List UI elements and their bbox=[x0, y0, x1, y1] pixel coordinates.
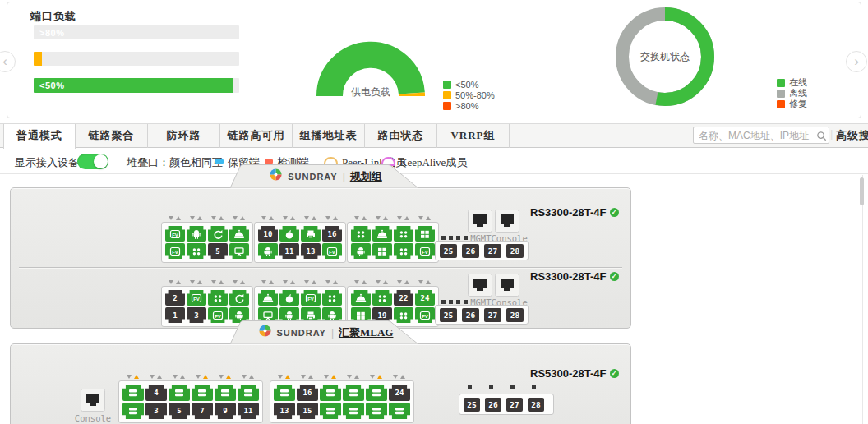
printer-device-port[interactable] bbox=[301, 226, 321, 242]
group-name-link[interactable]: 规划组 bbox=[350, 169, 382, 184]
monitor-device-port[interactable] bbox=[229, 243, 249, 259]
ap-device-port[interactable] bbox=[351, 290, 371, 306]
search-input[interactable] bbox=[693, 127, 829, 144]
rj45-jack-icon[interactable] bbox=[495, 274, 519, 297]
fv-device-port[interactable]: FV bbox=[415, 243, 435, 259]
tab-链路聚合[interactable]: 链路聚合 bbox=[76, 124, 148, 148]
tab-防环路[interactable]: 防环路 bbox=[148, 124, 220, 148]
advanced-search-link[interactable]: 高级搜索 bbox=[836, 128, 868, 143]
port[interactable]: 13 bbox=[301, 243, 321, 259]
tab-链路高可用[interactable]: 链路高可用 bbox=[220, 124, 293, 148]
tab-路由状态[interactable]: 路由状态 bbox=[365, 124, 437, 148]
scrollbar-track[interactable] bbox=[862, 175, 863, 424]
uplink-port[interactable]: 27 bbox=[484, 244, 501, 258]
port[interactable]: 1 bbox=[165, 307, 185, 323]
port[interactable]: 4 bbox=[145, 385, 167, 401]
fv-device-port[interactable]: FV bbox=[165, 243, 185, 259]
port[interactable]: 9 bbox=[215, 403, 236, 419]
port[interactable]: 11 bbox=[238, 403, 259, 419]
rj45-jack-icon[interactable] bbox=[468, 210, 492, 233]
uplink-port[interactable]: 25 bbox=[440, 244, 457, 258]
fv-device-port[interactable]: FV bbox=[187, 290, 206, 306]
rj45-jack-icon[interactable] bbox=[468, 274, 492, 297]
bars-device-port[interactable] bbox=[122, 385, 144, 401]
apple-device-port[interactable] bbox=[279, 290, 299, 306]
port[interactable]: 3 bbox=[187, 307, 206, 323]
dots-device-port[interactable] bbox=[394, 243, 413, 259]
port-indicators bbox=[122, 374, 143, 379]
tab-普通模式[interactable]: 普通模式 bbox=[3, 124, 76, 149]
windows-device-port[interactable] bbox=[415, 226, 435, 242]
dots-device-port[interactable] bbox=[187, 243, 206, 259]
uplink-port[interactable]: 25 bbox=[464, 398, 480, 412]
tab-组播地址表[interactable]: 组播地址表 bbox=[293, 124, 365, 148]
port[interactable]: 5 bbox=[208, 243, 228, 259]
uplink-port[interactable]: 25 bbox=[440, 308, 457, 322]
ap-device-port[interactable] bbox=[258, 290, 278, 306]
dots-device-port[interactable] bbox=[394, 226, 413, 242]
show-devices-toggle[interactable] bbox=[77, 154, 108, 169]
port[interactable]: 7 bbox=[192, 403, 213, 419]
dots-device-port[interactable] bbox=[372, 290, 392, 306]
bars-device-port[interactable] bbox=[238, 385, 259, 401]
uplink-port[interactable]: 27 bbox=[506, 398, 523, 412]
uplink-port[interactable]: 28 bbox=[506, 308, 524, 322]
bars-device-port[interactable] bbox=[343, 403, 364, 419]
bars-device-port[interactable] bbox=[366, 385, 387, 401]
rj45-jack-icon[interactable] bbox=[495, 210, 519, 233]
sync-device-port[interactable] bbox=[208, 226, 228, 242]
port[interactable]: 24 bbox=[415, 290, 435, 306]
android-icon bbox=[233, 310, 246, 321]
bars-device-port[interactable] bbox=[122, 403, 144, 419]
dots-device-port[interactable] bbox=[351, 226, 371, 242]
fv-device-port[interactable]: FV bbox=[322, 243, 342, 259]
port[interactable]: 13 bbox=[274, 403, 295, 419]
ap-device-port[interactable] bbox=[372, 226, 392, 242]
fv-device-port[interactable]: FV bbox=[301, 290, 321, 306]
fv-device-port[interactable]: FV bbox=[165, 226, 185, 242]
dots-device-port[interactable] bbox=[322, 290, 342, 306]
port[interactable]: 2 bbox=[165, 290, 185, 306]
uplink-port[interactable]: 28 bbox=[528, 398, 544, 412]
bars-device-port[interactable] bbox=[274, 385, 295, 401]
port[interactable]: 15 bbox=[297, 403, 318, 419]
uplink-port[interactable]: 27 bbox=[484, 308, 501, 322]
dots-device-port[interactable] bbox=[208, 290, 228, 306]
port[interactable]: 24 bbox=[389, 385, 410, 401]
bars-device-port[interactable] bbox=[366, 403, 387, 419]
android-device-port[interactable] bbox=[187, 226, 206, 242]
port[interactable]: 10 bbox=[258, 226, 278, 242]
rj45-jack-icon[interactable] bbox=[81, 389, 105, 412]
carousel-next-button[interactable]: › bbox=[846, 51, 867, 72]
android-device-port[interactable] bbox=[351, 243, 371, 259]
uplink-port[interactable]: 28 bbox=[506, 244, 524, 258]
scrollbar-thumb[interactable] bbox=[860, 177, 864, 205]
ap-device-port[interactable] bbox=[229, 226, 249, 242]
bars-device-port[interactable] bbox=[320, 385, 341, 401]
port[interactable]: 16 bbox=[322, 226, 342, 242]
port[interactable]: 11 bbox=[279, 243, 299, 259]
bars-device-port[interactable] bbox=[169, 385, 190, 401]
bars-device-port[interactable] bbox=[192, 385, 213, 401]
bars-device-port[interactable] bbox=[343, 385, 364, 401]
uplink-port[interactable]: 26 bbox=[462, 308, 479, 322]
windows-device-port[interactable] bbox=[372, 243, 392, 259]
bars-device-port[interactable] bbox=[320, 403, 341, 419]
sync-device-port[interactable] bbox=[229, 290, 249, 306]
down-triangle-icon bbox=[278, 375, 283, 379]
search-icon[interactable] bbox=[816, 130, 827, 141]
tab-VRRP组[interactable]: VRRP组 bbox=[437, 124, 510, 148]
group-name-link[interactable]: 汇聚MLAG bbox=[339, 325, 393, 340]
fv-device-port[interactable]: FV bbox=[208, 307, 228, 323]
uplink-port[interactable]: 26 bbox=[462, 244, 479, 258]
port[interactable]: 3 bbox=[145, 403, 167, 419]
bars-device-port[interactable] bbox=[215, 385, 236, 401]
down-triangle-icon bbox=[324, 375, 329, 379]
port[interactable]: 22 bbox=[394, 290, 413, 306]
android-device-port[interactable] bbox=[258, 243, 278, 259]
apple-device-port[interactable] bbox=[279, 226, 299, 242]
uplink-port[interactable]: 26 bbox=[485, 398, 501, 412]
bars-device-port[interactable] bbox=[389, 403, 410, 419]
port[interactable]: 5 bbox=[169, 403, 190, 419]
port[interactable]: 16 bbox=[297, 385, 318, 401]
